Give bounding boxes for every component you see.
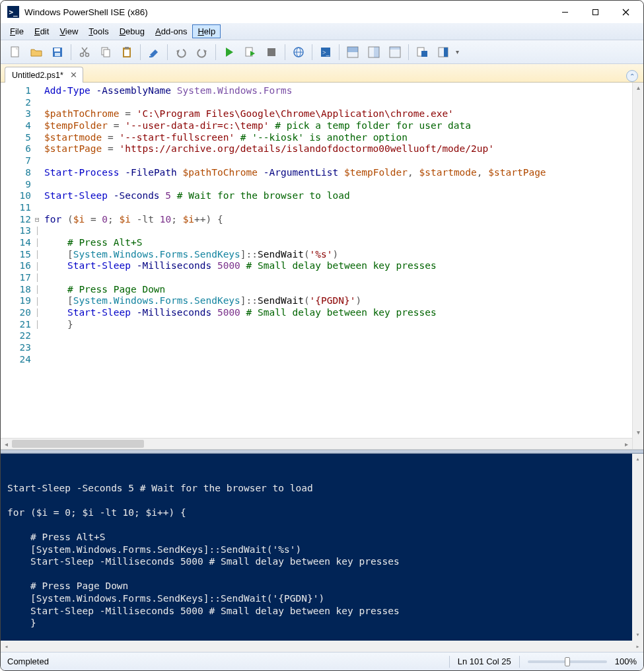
toolbar: >_ ▾	[1, 40, 643, 64]
collapse-script-pane-icon[interactable]: ⌃	[626, 70, 638, 82]
close-button[interactable]	[610, 1, 641, 22]
powershell-console-icon[interactable]: >_	[315, 42, 336, 62]
toolbar-separator	[312, 44, 312, 60]
zoom-slider[interactable]	[528, 660, 607, 663]
fold-gutter[interactable]: ⊟│││││││││	[35, 83, 44, 449]
editor-horizontal-scrollbar[interactable]: ◂ ▸	[1, 438, 632, 449]
open-file-icon[interactable]	[26, 42, 47, 62]
show-script-max-icon[interactable]	[384, 42, 406, 62]
svg-rect-17	[125, 47, 129, 49]
toolbar-separator	[71, 44, 71, 60]
zoom-level: 100%	[615, 656, 637, 666]
menu-help[interactable]: Help	[192, 24, 221, 38]
svg-marker-20	[226, 48, 233, 57]
run-script-icon[interactable]	[219, 42, 240, 62]
toolbar-separator	[215, 44, 216, 60]
svg-rect-14	[104, 50, 110, 57]
svg-marker-19	[203, 50, 207, 53]
menu-addons[interactable]: Add-ons	[150, 24, 192, 38]
toolbar-separator	[140, 44, 141, 60]
toolbar-separator	[408, 44, 409, 60]
svg-rect-34	[390, 47, 400, 50]
run-selection-icon[interactable]	[240, 42, 261, 62]
console-horizontal-scrollbar[interactable]: ◂ ▸	[1, 641, 643, 652]
new-file-icon[interactable]	[5, 42, 26, 62]
toolbar-overflow-icon[interactable]: ▾	[454, 48, 461, 55]
cursor-position: Ln 101 Col 25	[458, 656, 511, 666]
menu-file[interactable]: File	[5, 24, 29, 38]
menu-tools[interactable]: Tools	[83, 24, 114, 38]
zoom-slider-thumb[interactable]	[565, 657, 570, 666]
show-script-right-icon[interactable]	[363, 42, 384, 62]
script-tab[interactable]: Untitled2.ps1* ✕	[5, 67, 83, 83]
remote-icon[interactable]	[288, 42, 309, 62]
svg-line-12	[82, 48, 87, 53]
toolbar-separator	[285, 44, 285, 60]
maximize-button[interactable]	[580, 1, 610, 22]
svg-rect-32	[374, 47, 379, 57]
console-vertical-scrollbar[interactable]: ▴ ▾	[632, 454, 643, 641]
editor-vertical-scrollbar[interactable]: ▴ ▾	[632, 83, 643, 449]
code-area[interactable]: Add-Type -AssemblyName System.Windows.Fo…	[44, 83, 632, 449]
copy-icon[interactable]	[95, 42, 116, 62]
statusbar: Completed Ln 101 Col 25 100%	[1, 652, 643, 670]
svg-rect-38	[444, 48, 448, 57]
toolbar-separator	[339, 44, 340, 60]
menubar: File Edit View Tools Debug Add-ons Help	[1, 23, 643, 40]
script-editor[interactable]: 123456789101112131415161718192021222324 …	[1, 83, 643, 450]
paste-icon[interactable]	[116, 42, 137, 62]
menu-edit[interactable]: Edit	[29, 24, 54, 38]
console-output: Start-Sleep -Seconds 5 # Wait for the br…	[7, 482, 637, 629]
toolbar-separator	[167, 44, 168, 60]
svg-rect-4	[11, 47, 18, 57]
save-file-icon[interactable]	[47, 42, 68, 62]
redo-icon[interactable]	[192, 42, 213, 62]
svg-text:>_: >_	[322, 49, 330, 56]
clear-icon[interactable]	[143, 42, 164, 62]
powershell-app-icon: >_	[7, 6, 19, 18]
menu-debug[interactable]: Debug	[114, 24, 150, 38]
show-command-addon-icon[interactable]	[433, 42, 454, 62]
show-script-top-icon[interactable]	[342, 42, 363, 62]
minimize-button[interactable]	[550, 1, 580, 22]
svg-rect-1	[592, 9, 598, 15]
stop-icon[interactable]	[261, 42, 282, 62]
svg-rect-23	[268, 48, 275, 56]
svg-line-11	[83, 48, 87, 53]
tab-title: Untitled2.ps1*	[12, 71, 63, 80]
console-pane[interactable]: Start-Sleep -Seconds 5 # Wait for the br…	[1, 454, 643, 652]
status-message: Completed	[7, 656, 49, 666]
svg-rect-36	[421, 51, 427, 57]
menu-view[interactable]: View	[54, 24, 83, 38]
cut-icon[interactable]	[74, 42, 95, 62]
svg-rect-8	[55, 53, 60, 56]
tab-close-icon[interactable]: ✕	[69, 70, 79, 80]
undo-icon[interactable]	[170, 42, 192, 62]
show-command-icon[interactable]	[411, 42, 433, 62]
svg-rect-16	[124, 50, 129, 56]
svg-rect-7	[54, 48, 60, 52]
window-title: Windows PowerShell ISE (x86)	[24, 7, 550, 17]
titlebar: >_ Windows PowerShell ISE (x86)	[1, 1, 643, 23]
tabbar: Untitled2.ps1* ✕ ⌃	[1, 64, 643, 83]
svg-rect-30	[347, 47, 358, 52]
window-controls	[550, 1, 641, 22]
svg-marker-18	[176, 50, 180, 53]
line-number-gutter: 123456789101112131415161718192021222324	[1, 83, 35, 449]
